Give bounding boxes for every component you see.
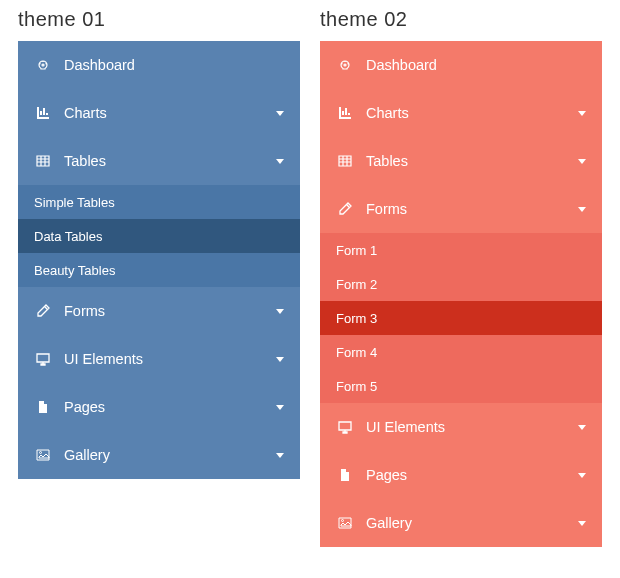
- chart-icon: [336, 104, 354, 122]
- table-icon: [34, 152, 52, 170]
- file-icon: [34, 398, 52, 416]
- menu-item-gallery[interactable]: Gallery: [320, 499, 602, 547]
- submenu-label: Form 5: [336, 379, 377, 394]
- menu-item-label: Charts: [64, 105, 276, 121]
- image-icon: [34, 446, 52, 464]
- monitor-icon: [34, 350, 52, 368]
- submenu-label: Form 4: [336, 345, 377, 360]
- menu-item-label: Tables: [64, 153, 276, 169]
- sidebar-menu: Dashboard Charts Tables Forms Form 1 For…: [320, 41, 602, 547]
- chevron-down-icon: [578, 521, 586, 526]
- submenu-item[interactable]: Form 4: [320, 335, 602, 369]
- theme-title: theme 02: [320, 8, 602, 31]
- edit-icon: [34, 302, 52, 320]
- menu-item-ui-elements[interactable]: UI Elements: [320, 403, 602, 451]
- edit-icon: [336, 200, 354, 218]
- submenu-item[interactable]: Beauty Tables: [18, 253, 300, 287]
- menu-item-label: Tables: [366, 153, 578, 169]
- submenu-label: Beauty Tables: [34, 263, 115, 278]
- sidebar-menu: Dashboard Charts Tables Simple Tables Da…: [18, 41, 300, 479]
- menu-item-gallery[interactable]: Gallery: [18, 431, 300, 479]
- menu-item-forms[interactable]: Forms: [320, 185, 602, 233]
- submenu-item[interactable]: Form 3: [320, 301, 602, 335]
- theme-column: theme 02 Dashboard Charts Tables Forms: [320, 8, 602, 547]
- menu-item-label: Pages: [366, 467, 578, 483]
- menu-item-charts[interactable]: Charts: [320, 89, 602, 137]
- menu-item-label: UI Elements: [366, 419, 578, 435]
- chevron-down-icon: [578, 159, 586, 164]
- submenu-label: Data Tables: [34, 229, 102, 244]
- submenu-label: Form 2: [336, 277, 377, 292]
- chevron-down-icon: [276, 405, 284, 410]
- menu-item-label: Dashboard: [64, 57, 284, 73]
- submenu-item[interactable]: Simple Tables: [18, 185, 300, 219]
- dashboard-icon: [336, 56, 354, 74]
- chart-icon: [34, 104, 52, 122]
- submenu-item[interactable]: Form 5: [320, 369, 602, 403]
- menu-item-label: UI Elements: [64, 351, 276, 367]
- chevron-down-icon: [578, 207, 586, 212]
- chevron-down-icon: [276, 453, 284, 458]
- menu-item-pages[interactable]: Pages: [320, 451, 602, 499]
- menu-item-label: Forms: [64, 303, 276, 319]
- theme-column: theme 01 Dashboard Charts Tables Simple …: [18, 8, 300, 547]
- chevron-down-icon: [578, 473, 586, 478]
- submenu-label: Simple Tables: [34, 195, 115, 210]
- chevron-down-icon: [276, 309, 284, 314]
- chevron-down-icon: [276, 357, 284, 362]
- menu-item-tables[interactable]: Tables: [18, 137, 300, 185]
- menu-item-label: Dashboard: [366, 57, 586, 73]
- menu-item-label: Gallery: [64, 447, 276, 463]
- submenu-item[interactable]: Data Tables: [18, 219, 300, 253]
- menu-item-charts[interactable]: Charts: [18, 89, 300, 137]
- menu-item-label: Charts: [366, 105, 578, 121]
- image-icon: [336, 514, 354, 532]
- chevron-down-icon: [276, 111, 284, 116]
- submenu-label: Form 1: [336, 243, 377, 258]
- menu-item-tables[interactable]: Tables: [320, 137, 602, 185]
- theme-columns: theme 01 Dashboard Charts Tables Simple …: [0, 0, 620, 547]
- chevron-down-icon: [578, 425, 586, 430]
- dashboard-icon: [34, 56, 52, 74]
- submenu-item[interactable]: Form 2: [320, 267, 602, 301]
- chevron-down-icon: [276, 159, 284, 164]
- menu-item-label: Pages: [64, 399, 276, 415]
- submenu-label: Form 3: [336, 311, 377, 326]
- monitor-icon: [336, 418, 354, 436]
- menu-item-ui-elements[interactable]: UI Elements: [18, 335, 300, 383]
- menu-item-dashboard[interactable]: Dashboard: [18, 41, 300, 89]
- chevron-down-icon: [578, 111, 586, 116]
- menu-item-dashboard[interactable]: Dashboard: [320, 41, 602, 89]
- menu-item-label: Forms: [366, 201, 578, 217]
- submenu-item[interactable]: Form 1: [320, 233, 602, 267]
- menu-item-forms[interactable]: Forms: [18, 287, 300, 335]
- table-icon: [336, 152, 354, 170]
- menu-item-label: Gallery: [366, 515, 578, 531]
- menu-item-pages[interactable]: Pages: [18, 383, 300, 431]
- file-icon: [336, 466, 354, 484]
- theme-title: theme 01: [18, 8, 300, 31]
